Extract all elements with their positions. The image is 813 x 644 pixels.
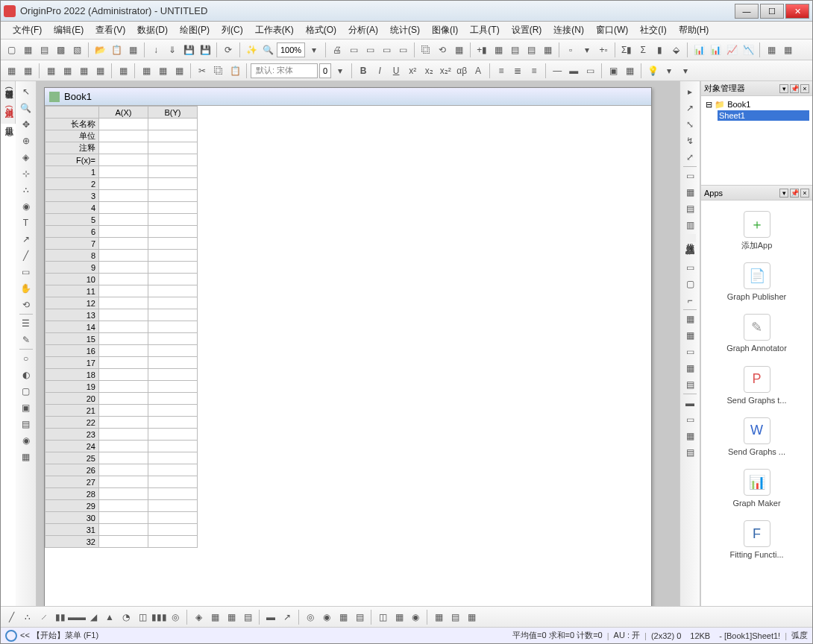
data-cell[interactable] — [99, 452, 148, 464]
template-icon[interactable]: ▤ — [240, 610, 255, 625]
row-number[interactable]: 6 — [45, 226, 99, 238]
zoom-in-icon[interactable]: 🔍 — [260, 42, 275, 57]
rt-icon-2[interactable]: ↗ — [682, 101, 697, 116]
data-cell[interactable] — [148, 417, 198, 429]
font-color-icon[interactable]: A — [471, 63, 486, 78]
vector-plot-icon[interactable]: ↗ — [280, 610, 295, 625]
misc1-icon[interactable]: ◎ — [303, 610, 318, 625]
data-cell[interactable] — [148, 429, 198, 441]
data-cell[interactable] — [148, 345, 198, 357]
extra2-icon[interactable]: ◐ — [19, 367, 34, 382]
pie-plot-icon[interactable]: ◔ — [119, 610, 134, 625]
data-cell[interactable] — [99, 214, 148, 226]
row-number[interactable]: 20 — [45, 393, 99, 405]
label-cell[interactable] — [148, 130, 198, 142]
data-cell[interactable] — [148, 333, 198, 345]
copy-format-icon[interactable]: ▦ — [20, 63, 35, 78]
data-cell[interactable] — [148, 441, 198, 452]
extra5-icon[interactable]: ▤ — [19, 417, 34, 432]
wks-tool5-icon[interactable]: ▦ — [116, 63, 131, 78]
rt-icon-14[interactable]: ▦ — [682, 312, 697, 326]
zoom-combo[interactable]: 100% — [277, 42, 305, 57]
app-item[interactable]: PSend Graphs t... — [701, 360, 812, 411]
line-width-icon[interactable]: ▬ — [566, 63, 581, 78]
data-cell[interactable] — [148, 524, 198, 536]
stats-col-icon[interactable]: ▮ — [652, 42, 667, 57]
export-graph-icon[interactable]: ▭ — [362, 42, 377, 57]
align-left-icon[interactable]: ≡ — [494, 63, 509, 78]
scatter-plot-icon[interactable]: ∴ — [20, 610, 35, 625]
new-graph-icon[interactable]: ▤ — [37, 42, 51, 57]
row-number[interactable]: 27 — [45, 476, 99, 488]
rt-icon-1[interactable]: ▸ — [682, 84, 697, 99]
rt-icon-20[interactable]: ▭ — [682, 412, 697, 427]
wks-tool1-icon[interactable]: ▦ — [43, 63, 58, 78]
new-matrix-icon[interactable]: ▩ — [53, 42, 68, 57]
3d-plot-icon[interactable]: ◈ — [191, 610, 206, 625]
menu-statistics[interactable]: 统计(S) — [384, 22, 426, 38]
size-dropdown-icon[interactable]: ▾ — [333, 63, 348, 78]
menu-connectivity[interactable]: 连接(N) — [547, 22, 590, 38]
row-number[interactable]: 23 — [45, 429, 99, 441]
fill-color-icon[interactable]: ▣ — [606, 63, 621, 78]
open-template-icon[interactable]: 📋 — [109, 42, 124, 57]
row-number[interactable]: 19 — [45, 381, 99, 393]
new-layout-icon[interactable]: ▧ — [69, 42, 84, 57]
row-number[interactable]: 24 — [45, 441, 99, 452]
row-number[interactable]: 2 — [45, 178, 99, 190]
rt-icon-7[interactable]: ▦ — [682, 185, 697, 200]
label-cell[interactable] — [99, 154, 148, 166]
project-explorer-tab[interactable]: 项目管理器 (1) — [1, 81, 16, 100]
data-cell[interactable] — [148, 238, 198, 250]
workbook-window[interactable]: Book1 A(X)B(Y)长名称单位注释F(x)=12345678910111… — [44, 87, 652, 606]
row-number[interactable]: 11 — [45, 285, 99, 297]
save-template-icon[interactable]: 💾 — [198, 42, 213, 57]
close-button[interactable]: ✕ — [785, 4, 809, 19]
row-number[interactable]: 12 — [45, 297, 99, 309]
mask-tool-icon[interactable]: ∴ — [19, 183, 34, 198]
row-number[interactable]: 15 — [45, 333, 99, 345]
rt-icon-21[interactable]: ▦ — [682, 429, 697, 443]
open-excel-icon[interactable]: ▦ — [125, 42, 140, 57]
superscript-icon[interactable]: x² — [405, 63, 420, 78]
data-cell[interactable] — [99, 297, 148, 309]
data-cell[interactable] — [99, 524, 148, 536]
misc4-icon[interactable]: ▤ — [352, 610, 367, 625]
row-number[interactable]: 17 — [45, 357, 99, 369]
minimize-button[interactable]: — — [735, 4, 759, 19]
menu-image[interactable]: 图像(I) — [426, 22, 464, 38]
bar-plot-icon[interactable]: ▬▬ — [69, 610, 84, 625]
app-item[interactable]: ＋添加App — [701, 205, 812, 256]
data-cell[interactable] — [148, 250, 198, 262]
stacked-icon[interactable]: ▲ — [102, 610, 117, 625]
pattern-icon[interactable]: ▦ — [622, 63, 637, 78]
data-cell[interactable] — [148, 321, 198, 333]
text-tool-icon[interactable]: T — [19, 215, 34, 230]
column-header[interactable]: B(Y) — [148, 107, 198, 119]
data-cell[interactable] — [99, 238, 148, 250]
rt-icon-9[interactable]: ▥ — [682, 218, 697, 233]
data-cell[interactable] — [99, 393, 148, 405]
data-cell[interactable] — [99, 226, 148, 238]
chart5-icon[interactable]: ▦ — [764, 42, 779, 57]
data-cell[interactable] — [99, 405, 148, 417]
wks-tool7-icon[interactable]: ▦ — [155, 63, 170, 78]
line-tool-icon[interactable]: ╱ — [19, 248, 34, 263]
data-reader-icon[interactable]: ⊕ — [19, 133, 34, 148]
data-cell[interactable] — [148, 536, 198, 548]
rt-icon-8[interactable]: ▤ — [682, 201, 697, 216]
data-cell[interactable] — [148, 262, 198, 274]
menu-format[interactable]: 格式(O) — [300, 22, 342, 38]
chart2-icon[interactable]: 📊 — [708, 42, 723, 57]
data-cell[interactable] — [148, 214, 198, 226]
chart3-icon[interactable]: 📈 — [724, 42, 739, 57]
data-cell[interactable] — [99, 500, 148, 512]
row-label[interactable]: 注释 — [45, 142, 99, 154]
menu-plot[interactable]: 绘图(P) — [174, 22, 216, 38]
tree-item-sheet[interactable]: Sheet1 — [718, 110, 809, 121]
data-cell[interactable] — [148, 369, 198, 381]
app-item[interactable]: ✎Graph Annotator — [701, 308, 812, 359]
data-cell[interactable] — [148, 166, 198, 178]
pointer-icon[interactable]: ↖ — [19, 84, 34, 99]
rt-icon-4[interactable]: ↯ — [682, 133, 697, 148]
